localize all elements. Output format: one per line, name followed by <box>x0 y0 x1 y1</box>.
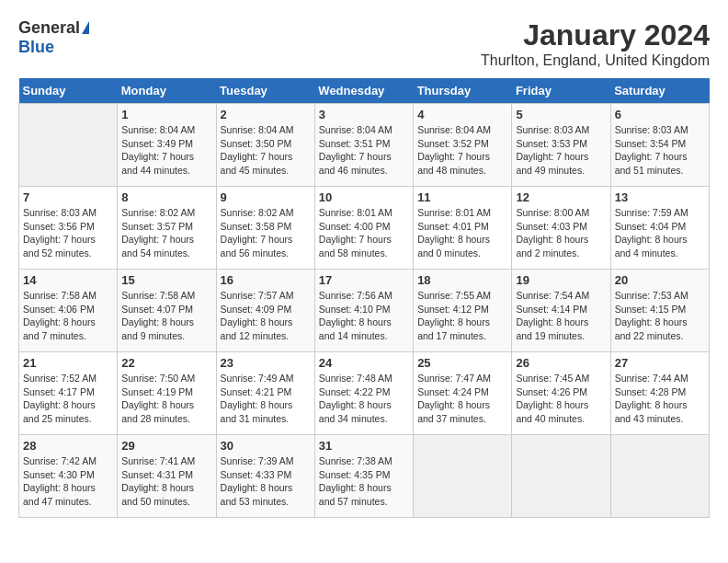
calendar-cell <box>19 104 118 187</box>
day-info: Sunrise: 7:48 AMSunset: 4:22 PMDaylight:… <box>319 372 409 426</box>
header-row: SundayMondayTuesdayWednesdayThursdayFrid… <box>19 78 710 104</box>
header-day-thursday: Thursday <box>414 78 512 104</box>
day-info: Sunrise: 7:52 AMSunset: 4:17 PMDaylight:… <box>23 372 113 426</box>
calendar-cell: 14Sunrise: 7:58 AMSunset: 4:06 PMDayligh… <box>19 270 118 352</box>
week-row-1: 1Sunrise: 8:04 AMSunset: 3:49 PMDaylight… <box>19 104 710 187</box>
logo: General Blue <box>18 18 89 57</box>
day-number: 4 <box>417 108 507 121</box>
calendar-cell: 25Sunrise: 7:47 AMSunset: 4:24 PMDayligh… <box>414 352 512 435</box>
calendar-cell: 8Sunrise: 8:02 AMSunset: 3:57 PMDaylight… <box>118 187 216 270</box>
day-info: Sunrise: 7:56 AMSunset: 4:10 PMDaylight:… <box>319 289 409 343</box>
day-info: Sunrise: 8:02 AMSunset: 3:57 PMDaylight:… <box>121 206 211 260</box>
calendar-cell: 19Sunrise: 7:54 AMSunset: 4:14 PMDayligh… <box>512 270 610 352</box>
calendar-cell: 11Sunrise: 8:01 AMSunset: 4:01 PMDayligh… <box>414 187 512 270</box>
title-block: January 2024 Thurlton, England, United K… <box>481 18 710 69</box>
calendar-table: SundayMondayTuesdayWednesdayThursdayFrid… <box>18 78 710 518</box>
calendar-cell: 17Sunrise: 7:56 AMSunset: 4:10 PMDayligh… <box>314 270 413 352</box>
calendar-subtitle: Thurlton, England, United Kingdom <box>481 52 710 69</box>
calendar-cell: 21Sunrise: 7:52 AMSunset: 4:17 PMDayligh… <box>19 352 118 435</box>
day-number: 6 <box>615 108 705 121</box>
day-info: Sunrise: 7:45 AMSunset: 4:26 PMDaylight:… <box>516 372 606 426</box>
day-number: 11 <box>417 190 507 204</box>
day-info: Sunrise: 8:04 AMSunset: 3:49 PMDaylight:… <box>121 123 211 178</box>
day-number: 23 <box>221 356 311 370</box>
day-info: Sunrise: 7:58 AMSunset: 4:06 PMDaylight:… <box>23 289 113 343</box>
day-info: Sunrise: 8:03 AMSunset: 3:53 PMDaylight:… <box>516 123 606 178</box>
calendar-cell: 30Sunrise: 7:39 AMSunset: 4:33 PMDayligh… <box>216 435 314 518</box>
day-number: 16 <box>221 273 311 287</box>
calendar-cell: 2Sunrise: 8:04 AMSunset: 3:50 PMDaylight… <box>216 104 314 187</box>
day-info: Sunrise: 7:50 AMSunset: 4:19 PMDaylight:… <box>121 372 211 426</box>
calendar-cell: 16Sunrise: 7:57 AMSunset: 4:09 PMDayligh… <box>216 270 314 352</box>
day-number: 19 <box>516 273 606 287</box>
calendar-cell: 9Sunrise: 8:02 AMSunset: 3:58 PMDaylight… <box>216 187 314 270</box>
week-row-5: 28Sunrise: 7:42 AMSunset: 4:30 PMDayligh… <box>19 435 710 518</box>
week-row-4: 21Sunrise: 7:52 AMSunset: 4:17 PMDayligh… <box>19 352 710 435</box>
day-number: 8 <box>121 190 211 204</box>
day-number: 20 <box>615 273 705 287</box>
day-info: Sunrise: 7:59 AMSunset: 4:04 PMDaylight:… <box>615 206 705 260</box>
page-header: General Blue January 2024 Thurlton, Engl… <box>18 18 710 69</box>
day-number: 14 <box>23 273 113 287</box>
header-day-monday: Monday <box>118 78 216 104</box>
calendar-cell: 15Sunrise: 7:58 AMSunset: 4:07 PMDayligh… <box>118 270 216 352</box>
day-number: 1 <box>121 108 211 121</box>
calendar-cell: 20Sunrise: 7:53 AMSunset: 4:15 PMDayligh… <box>610 270 709 352</box>
calendar-cell: 31Sunrise: 7:38 AMSunset: 4:35 PMDayligh… <box>314 435 413 518</box>
day-number: 12 <box>516 190 606 204</box>
day-number: 17 <box>319 273 409 287</box>
day-info: Sunrise: 7:39 AMSunset: 4:33 PMDaylight:… <box>221 454 311 509</box>
calendar-cell: 23Sunrise: 7:49 AMSunset: 4:21 PMDayligh… <box>216 352 314 435</box>
day-number: 21 <box>23 356 113 370</box>
day-info: Sunrise: 8:03 AMSunset: 3:56 PMDaylight:… <box>23 206 113 260</box>
logo-triangle-icon <box>82 21 89 34</box>
day-number: 29 <box>121 439 211 453</box>
header-day-friday: Friday <box>512 78 610 104</box>
calendar-cell: 5Sunrise: 8:03 AMSunset: 3:53 PMDaylight… <box>512 104 610 187</box>
day-info: Sunrise: 8:04 AMSunset: 3:52 PMDaylight:… <box>417 123 507 178</box>
day-number: 7 <box>23 190 113 204</box>
day-info: Sunrise: 7:55 AMSunset: 4:12 PMDaylight:… <box>417 289 507 343</box>
day-info: Sunrise: 8:00 AMSunset: 4:03 PMDaylight:… <box>516 206 606 260</box>
day-info: Sunrise: 8:04 AMSunset: 3:51 PMDaylight:… <box>319 123 409 178</box>
day-info: Sunrise: 7:57 AMSunset: 4:09 PMDaylight:… <box>221 289 311 343</box>
day-number: 30 <box>221 439 311 453</box>
day-number: 27 <box>615 356 705 370</box>
calendar-cell <box>414 435 512 518</box>
day-number: 13 <box>615 190 705 204</box>
calendar-cell <box>512 435 610 518</box>
day-info: Sunrise: 7:53 AMSunset: 4:15 PMDaylight:… <box>615 289 705 343</box>
day-info: Sunrise: 8:01 AMSunset: 4:00 PMDaylight:… <box>319 206 409 260</box>
header-day-sunday: Sunday <box>19 78 118 104</box>
calendar-cell: 18Sunrise: 7:55 AMSunset: 4:12 PMDayligh… <box>414 270 512 352</box>
day-info: Sunrise: 7:49 AMSunset: 4:21 PMDaylight:… <box>221 372 311 426</box>
day-number: 24 <box>319 356 409 370</box>
calendar-cell: 22Sunrise: 7:50 AMSunset: 4:19 PMDayligh… <box>118 352 216 435</box>
header-day-tuesday: Tuesday <box>216 78 314 104</box>
logo-general: General <box>18 18 80 38</box>
calendar-cell: 13Sunrise: 7:59 AMSunset: 4:04 PMDayligh… <box>610 187 709 270</box>
calendar-cell: 26Sunrise: 7:45 AMSunset: 4:26 PMDayligh… <box>512 352 610 435</box>
day-info: Sunrise: 8:03 AMSunset: 3:54 PMDaylight:… <box>615 123 705 178</box>
calendar-header: SundayMondayTuesdayWednesdayThursdayFrid… <box>19 78 710 104</box>
day-number: 25 <box>417 356 507 370</box>
day-info: Sunrise: 7:47 AMSunset: 4:24 PMDaylight:… <box>417 372 507 426</box>
day-info: Sunrise: 7:44 AMSunset: 4:28 PMDaylight:… <box>615 372 705 426</box>
day-info: Sunrise: 8:01 AMSunset: 4:01 PMDaylight:… <box>417 206 507 260</box>
calendar-cell: 27Sunrise: 7:44 AMSunset: 4:28 PMDayligh… <box>610 352 709 435</box>
calendar-cell: 24Sunrise: 7:48 AMSunset: 4:22 PMDayligh… <box>314 352 413 435</box>
calendar-cell: 6Sunrise: 8:03 AMSunset: 3:54 PMDaylight… <box>610 104 709 187</box>
day-number: 9 <box>221 190 311 204</box>
day-info: Sunrise: 7:58 AMSunset: 4:07 PMDaylight:… <box>121 289 211 343</box>
header-day-saturday: Saturday <box>610 78 709 104</box>
calendar-cell: 4Sunrise: 8:04 AMSunset: 3:52 PMDaylight… <box>414 104 512 187</box>
day-info: Sunrise: 7:42 AMSunset: 4:30 PMDaylight:… <box>23 454 113 509</box>
day-info: Sunrise: 7:54 AMSunset: 4:14 PMDaylight:… <box>516 289 606 343</box>
day-number: 18 <box>417 273 507 287</box>
day-info: Sunrise: 8:02 AMSunset: 3:58 PMDaylight:… <box>221 206 311 260</box>
calendar-cell: 10Sunrise: 8:01 AMSunset: 4:00 PMDayligh… <box>314 187 413 270</box>
day-number: 26 <box>516 356 606 370</box>
calendar-body: 1Sunrise: 8:04 AMSunset: 3:49 PMDaylight… <box>19 104 710 518</box>
day-number: 22 <box>121 356 211 370</box>
day-number: 2 <box>221 108 311 121</box>
